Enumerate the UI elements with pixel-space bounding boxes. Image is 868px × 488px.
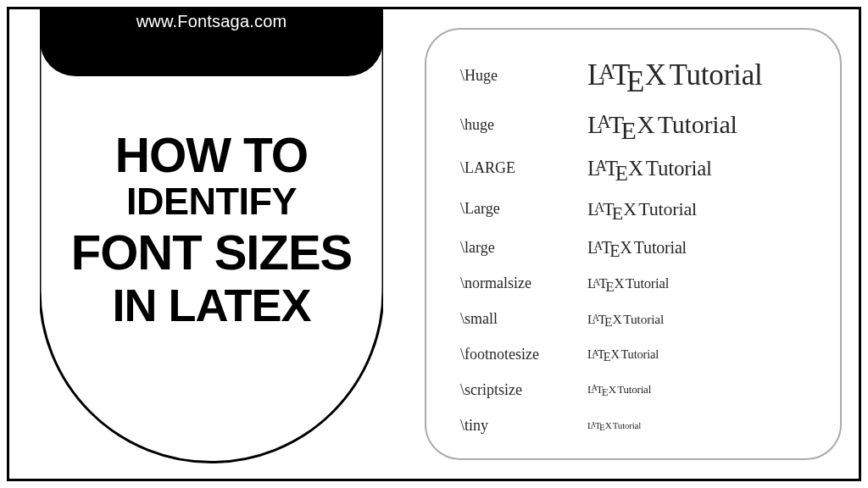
size-sample: LATEXTutorial bbox=[587, 198, 697, 220]
title-shield: www.Fontsaga.com HOW TO IDENTIFY FONT SI… bbox=[40, 7, 383, 464]
sample-word: Tutorial bbox=[626, 275, 669, 291]
size-row: \HugeLATEXTutorial bbox=[460, 58, 816, 92]
left-column: www.Fontsaga.com HOW TO IDENTIFY FONT SI… bbox=[9, 9, 416, 479]
size-sample: LATEXTutorial bbox=[587, 312, 664, 327]
size-command: \Huge bbox=[460, 67, 587, 85]
title-line-2: IDENTIFY bbox=[40, 182, 383, 222]
sample-word: Tutorial bbox=[646, 157, 712, 180]
size-row: \LargeLATEXTutorial bbox=[460, 198, 816, 220]
size-row: \smallLATEXTutorial bbox=[460, 310, 816, 328]
size-row: \normalsizeLATEXTutorial bbox=[460, 274, 816, 292]
size-row: \tinyLATEXTutorial bbox=[460, 417, 816, 435]
size-sample: LATEXTutorial bbox=[587, 420, 641, 430]
article-title: HOW TO IDENTIFY FONT SIZES IN LATEX bbox=[40, 130, 383, 330]
size-command: \footnotesize bbox=[460, 346, 587, 363]
size-command: \huge bbox=[460, 116, 587, 134]
size-sample: LATEXTutorial bbox=[587, 238, 687, 258]
size-sample: LATEXTutorial bbox=[587, 58, 763, 92]
latex-logo: LATEX bbox=[587, 112, 656, 137]
size-row: \scriptsizeLATEXTutorial bbox=[460, 381, 816, 399]
sample-word: Tutorial bbox=[638, 198, 697, 219]
size-sample: LATEXTutorial bbox=[587, 383, 651, 396]
size-command: \tiny bbox=[460, 417, 587, 435]
size-command: \normalsize bbox=[460, 274, 587, 292]
latex-logo: LATEX bbox=[587, 313, 622, 326]
sample-word: Tutorial bbox=[613, 420, 641, 430]
title-line-3: FONT SIZES bbox=[40, 227, 383, 278]
latex-logo: LATEX bbox=[587, 60, 667, 90]
website-url: www.Fontsaga.com bbox=[40, 12, 383, 31]
title-line-1: HOW TO bbox=[40, 130, 383, 180]
latex-logo: LATEX bbox=[587, 158, 644, 179]
outer-frame: www.Fontsaga.com HOW TO IDENTIFY FONT SI… bbox=[7, 7, 861, 481]
sample-word: Tutorial bbox=[658, 110, 737, 138]
sample-word: Tutorial bbox=[620, 347, 659, 361]
size-sample: LATEXTutorial bbox=[587, 275, 669, 292]
size-command: \LARGE bbox=[460, 159, 587, 177]
size-row: \LARGELATEXTutorial bbox=[460, 157, 816, 180]
title-line-4: IN LATEX bbox=[40, 281, 383, 329]
size-sample: LATEXTutorial bbox=[587, 347, 659, 362]
size-command: \Large bbox=[460, 200, 587, 218]
latex-logo: LATEX bbox=[587, 384, 617, 395]
size-row: \hugeLATEXTutorial bbox=[460, 110, 816, 139]
latex-logo: LATEX bbox=[587, 200, 637, 219]
size-sample: LATEXTutorial bbox=[587, 157, 712, 180]
latex-logo: LATEX bbox=[587, 277, 625, 291]
size-command: \large bbox=[460, 239, 587, 257]
font-size-card: \HugeLATEXTutorial\hugeLATEXTutorial\LAR… bbox=[425, 28, 842, 460]
size-row: \footnotesizeLATEXTutorial bbox=[460, 346, 816, 363]
sample-word: Tutorial bbox=[617, 383, 651, 396]
sample-word: Tutorial bbox=[634, 238, 687, 257]
right-column: \HugeLATEXTutorial\hugeLATEXTutorial\LAR… bbox=[416, 9, 859, 479]
size-command: \small bbox=[460, 310, 587, 328]
sample-word: Tutorial bbox=[670, 58, 763, 92]
size-sample: LATEXTutorial bbox=[587, 110, 737, 139]
size-row: \largeLATEXTutorial bbox=[460, 238, 816, 258]
sample-word: Tutorial bbox=[623, 312, 664, 326]
content-row: www.Fontsaga.com HOW TO IDENTIFY FONT SI… bbox=[9, 9, 859, 479]
size-command: \scriptsize bbox=[460, 381, 587, 399]
latex-logo: LATEX bbox=[587, 348, 620, 361]
latex-logo: LATEX bbox=[587, 421, 612, 430]
latex-logo: LATEX bbox=[587, 239, 633, 256]
